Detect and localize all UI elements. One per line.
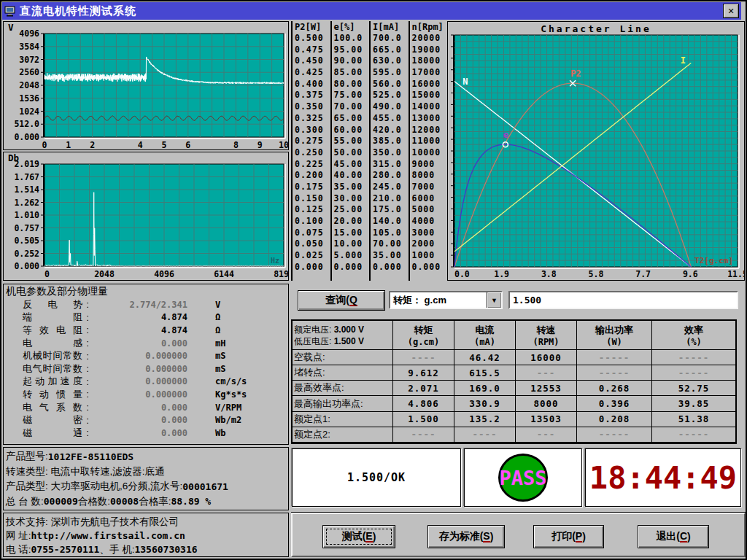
svg-text:0.000: 0.000 bbox=[14, 261, 39, 271]
torque-value-input[interactable] bbox=[508, 291, 738, 309]
support-info-line: 电 话: 0755-2570111、手 机: 13560730316 bbox=[4, 542, 288, 556]
svg-text:3072: 3072 bbox=[19, 55, 39, 65]
param-row: 等效电阻:4.874Ω bbox=[4, 324, 288, 337]
scale-value: 10000 bbox=[412, 147, 448, 159]
scale-value: 5000 bbox=[412, 204, 448, 216]
table-cell: 13503 bbox=[516, 412, 577, 427]
product-info-line: 转速类型: 电流中取转速,滤波器:底通 bbox=[4, 464, 288, 480]
scale-value: 9000 bbox=[412, 159, 448, 171]
support-info-panel: 技术支持: 深圳市先航电子技术有限公司网 址: http://www.first… bbox=[3, 513, 289, 557]
scale-value: 6000 bbox=[412, 193, 448, 205]
button-E[interactable]: 测试(E) bbox=[322, 525, 395, 548]
scale-value: 560.0 bbox=[373, 79, 409, 90]
svg-text:10: 10 bbox=[279, 140, 288, 149]
table-cell: 9.612 bbox=[393, 365, 454, 381]
param-row: 反电势:2.774/2.341V bbox=[4, 298, 288, 311]
scale-value: 85.00 bbox=[334, 67, 370, 79]
table-cell: --- bbox=[516, 365, 577, 381]
svg-text:1.767: 1.767 bbox=[14, 172, 39, 182]
scale-value: 490.0 bbox=[373, 101, 409, 113]
param-row: 转动惯量:0.000000Kg*s*s bbox=[4, 388, 288, 401]
scale-value: 16000 bbox=[412, 79, 448, 90]
scale-value: 630.0 bbox=[373, 55, 409, 67]
table-cell: 12553 bbox=[516, 381, 577, 396]
clock-box: 18:44:49 bbox=[585, 448, 741, 507]
scale-header: e[%] bbox=[334, 22, 370, 33]
query-button[interactable]: 查询(Q bbox=[298, 290, 385, 311]
scale-value: 17000 bbox=[412, 67, 448, 79]
table-cell: 46.42 bbox=[454, 350, 516, 365]
scale-column-2: I[mA]700.0665.0630.0595.0560.0525.0490.0… bbox=[369, 21, 409, 281]
clock-text: 18:44:49 bbox=[589, 460, 737, 496]
close-button[interactable]: ✕ bbox=[723, 4, 739, 18]
svg-text:9: 9 bbox=[258, 140, 263, 149]
scale-header: n[Rpm] bbox=[412, 22, 448, 33]
scale-value: 10.00 bbox=[334, 238, 370, 250]
scale-column-3: n[Rpm]2000019000180001700016000150001400… bbox=[409, 21, 448, 281]
param-row: 起动加速度:0.000000cm/s/s bbox=[4, 376, 288, 389]
scale-value: 385.0 bbox=[373, 136, 409, 147]
button-C[interactable]: 退出(C) bbox=[638, 525, 709, 548]
table-header-电流: 电流(mA) bbox=[454, 321, 516, 350]
table-cell: 615.5 bbox=[454, 365, 516, 381]
scale-value: 50.00 bbox=[334, 147, 370, 159]
params-title: 机电参数及部分物理量 bbox=[4, 284, 288, 298]
scale-value: 0.000 bbox=[373, 262, 409, 273]
test-result-text: 1.500/OK bbox=[347, 471, 406, 484]
svg-text:11.5: 11.5 bbox=[727, 269, 744, 279]
scale-value: 245.0 bbox=[373, 182, 409, 193]
scale-value: 0.250 bbox=[295, 147, 330, 159]
scale-value: 8000 bbox=[412, 170, 448, 182]
window-title: 直流电机特性测试系统 bbox=[20, 4, 136, 18]
scale-value: 210.0 bbox=[373, 193, 409, 205]
svg-text:V: V bbox=[8, 22, 14, 33]
title-bar[interactable]: 直流电机特性测试系统 ✕ bbox=[2, 2, 741, 20]
param-row: 磁密:0.000Wb/m2 bbox=[4, 413, 288, 427]
scale-value: 0.175 bbox=[295, 182, 330, 193]
button-P[interactable]: 打印(P) bbox=[533, 525, 604, 548]
scale-value: 0.000 bbox=[412, 262, 448, 273]
test-result-box: 1.500/OK bbox=[292, 448, 461, 507]
scale-value: 525.0 bbox=[373, 90, 409, 101]
scale-value: 4000 bbox=[412, 216, 448, 228]
scale-value: 0.200 bbox=[295, 170, 330, 182]
table-row-label: 最高效率点: bbox=[293, 381, 393, 396]
scale-value: 0.000 bbox=[334, 262, 370, 273]
scale-value: 0.000 bbox=[295, 262, 330, 273]
table-corner: 额定电压: 3.000 V低压电压: 1.500 V bbox=[293, 321, 393, 350]
scale-column-1: e[%]100.095.0090.0085.0080.0075.0070.006… bbox=[330, 21, 370, 281]
svg-text:1.9: 1.9 bbox=[494, 269, 509, 279]
svg-text:512.0: 512.0 bbox=[14, 119, 39, 129]
svg-text:8192: 8192 bbox=[274, 269, 288, 279]
character-line-panel: Character Line 0.01.93.85.87.79.611.5T2[… bbox=[447, 21, 745, 281]
svg-text:0.757: 0.757 bbox=[14, 223, 39, 233]
scale-value: 0.225 bbox=[295, 159, 330, 171]
svg-text:3.8: 3.8 bbox=[541, 269, 557, 279]
svg-text:0: 0 bbox=[44, 269, 50, 279]
svg-text:5: 5 bbox=[162, 140, 167, 149]
scale-value: 11000 bbox=[412, 136, 448, 147]
scale-header: P2[W] bbox=[295, 22, 330, 33]
scale-value: 70.00 bbox=[334, 101, 370, 113]
scale-value: 0.025 bbox=[295, 250, 330, 262]
table-cell: 1.500 bbox=[393, 412, 454, 427]
svg-text:9.6: 9.6 bbox=[683, 269, 698, 279]
scale-value: 0.125 bbox=[295, 204, 330, 216]
param-row: 机械时间常数:0.000000mS bbox=[4, 349, 288, 362]
svg-text:4096: 4096 bbox=[19, 28, 39, 39]
scale-value: 140.0 bbox=[373, 216, 409, 228]
dropdown-arrow-icon[interactable]: ▼ bbox=[487, 292, 501, 308]
svg-text:1.262: 1.262 bbox=[14, 198, 39, 208]
scale-value: 0.300 bbox=[295, 125, 330, 136]
table-row-label: 堵转点: bbox=[293, 365, 393, 381]
scale-value: 175.0 bbox=[373, 204, 409, 216]
scale-value: 105.0 bbox=[373, 228, 409, 239]
param-row: 电感:0.000mH bbox=[4, 337, 288, 350]
scale-value: 0.275 bbox=[295, 136, 330, 147]
torque-unit-dropdown[interactable]: 转矩： g.cm ▼ bbox=[389, 291, 503, 309]
scale-value: 0.425 bbox=[295, 67, 330, 79]
svg-text:1024: 1024 bbox=[19, 106, 39, 117]
scale-value: 0.325 bbox=[295, 113, 330, 125]
button-S[interactable]: 存为标准(S) bbox=[427, 525, 505, 548]
scale-value: 20000 bbox=[412, 33, 448, 44]
